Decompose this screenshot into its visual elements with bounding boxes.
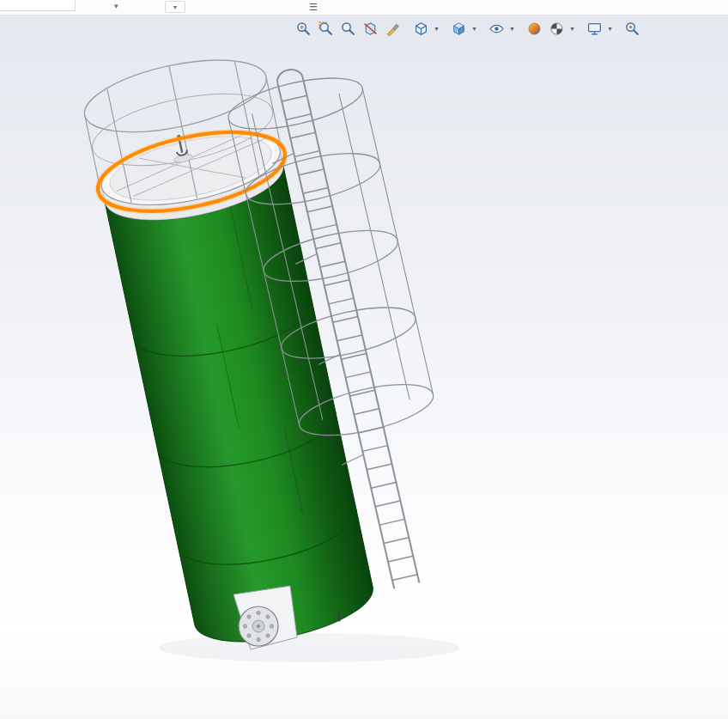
ladder-top-arc <box>276 67 303 82</box>
zoom-to-fit-icon[interactable] <box>293 18 313 39</box>
menu-bar-remnant: ▾ ▾ ☰ <box>0 0 728 15</box>
graphics-area[interactable] <box>0 0 728 719</box>
view-orientation-dropdown-caret[interactable]: ▾ <box>433 25 440 33</box>
heads-up-toolbar: ▾▾▾▾▾ <box>293 18 642 39</box>
display-style-icon[interactable] <box>448 18 469 39</box>
toolbar-button-slot[interactable] <box>0 0 26 11</box>
edit-appearance-icon[interactable] <box>524 18 544 39</box>
display-style-dropdown-caret[interactable]: ▾ <box>470 25 478 33</box>
section-view-icon[interactable] <box>360 18 380 39</box>
zoom-to-area-icon[interactable] <box>315 18 336 39</box>
tank-shell[interactable] <box>105 165 379 655</box>
floor-shadow <box>159 633 459 662</box>
view-settings-icon[interactable] <box>584 18 604 39</box>
hide-show-items-icon[interactable] <box>486 18 507 39</box>
flange-center <box>257 625 260 628</box>
toolbar-button-slot[interactable] <box>50 0 76 11</box>
mini-caret-icon: ▾ <box>173 3 177 11</box>
flyout-handle-icon[interactable]: ☰ <box>309 0 318 14</box>
view-settings-dropdown-caret[interactable]: ▾ <box>606 25 614 33</box>
dynamic-annotation-views-icon[interactable] <box>382 18 403 39</box>
zoom-icon[interactable] <box>622 18 642 39</box>
hide-show-items-dropdown-caret[interactable]: ▾ <box>508 25 516 33</box>
tank-model[interactable] <box>76 46 383 656</box>
toolbar-dropdown-caret[interactable]: ▾ <box>114 1 118 11</box>
view-orientation-icon[interactable] <box>410 18 431 39</box>
apply-scene-icon[interactable] <box>546 18 567 39</box>
previous-view-icon[interactable] <box>337 18 358 39</box>
toolbar-button-slot[interactable] <box>25 0 51 11</box>
apply-scene-dropdown-caret[interactable]: ▾ <box>568 25 576 33</box>
toolbar-mini-button[interactable]: ▾ <box>165 1 185 13</box>
